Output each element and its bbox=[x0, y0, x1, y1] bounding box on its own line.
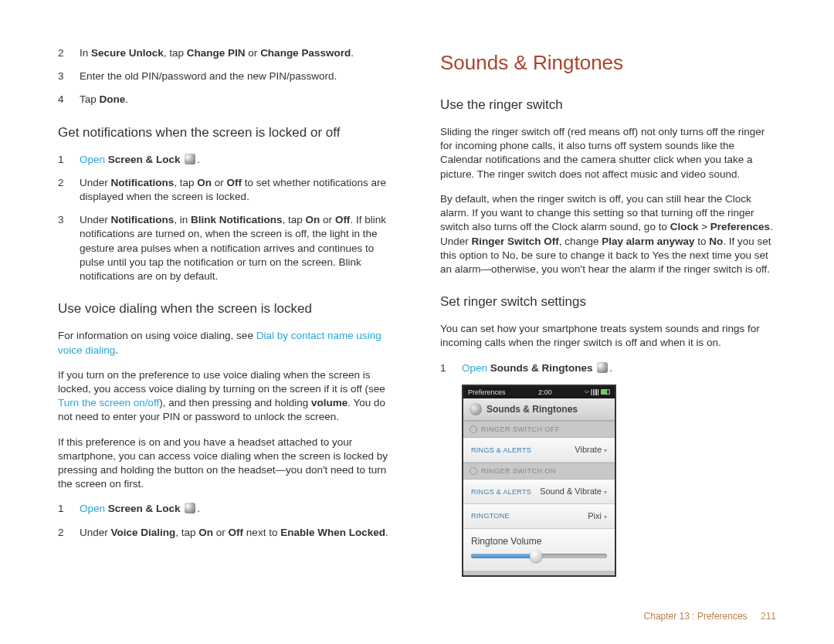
speaker-off-icon bbox=[470, 425, 477, 433]
open-link[interactable]: Open bbox=[80, 503, 108, 514]
step-text: Open Sounds & Ringtones . bbox=[462, 361, 776, 375]
step-number: 1 bbox=[58, 502, 80, 516]
notif-step-2: 2 Under Notifications, tap On or Off to … bbox=[58, 176, 394, 204]
voice-para-2: If you turn on the preference to use voi… bbox=[58, 368, 394, 425]
row-rings-alerts-on[interactable]: RINGS & ALERTS Sound & Vibrate▾ bbox=[463, 480, 615, 504]
step-text: Open Screen & Lock . bbox=[80, 502, 394, 516]
step-number: 2 bbox=[58, 176, 80, 204]
volume-slider[interactable] bbox=[471, 554, 607, 558]
ringer-para-2: By default, when the ringer switch is of… bbox=[440, 192, 776, 276]
phone-screenshot: Preferences 2:00 ⌔ Sounds & Ringtones RI… bbox=[462, 385, 616, 577]
row-rings-alerts-off[interactable]: RINGS & ALERTS Vibrate▾ bbox=[463, 438, 615, 463]
screen-header: Sounds & Ringtones bbox=[463, 398, 615, 421]
chevron-down-icon: ▾ bbox=[604, 447, 607, 454]
screen-lock-icon bbox=[185, 503, 195, 514]
section-title: Sounds & Ringtones bbox=[440, 49, 776, 76]
step-3: 3 Enter the old PIN/password and the new… bbox=[58, 69, 394, 83]
sounds-step-1: 1 Open Sounds & Ringtones . bbox=[440, 361, 776, 375]
step-text: Enter the old PIN/password and the new P… bbox=[80, 69, 394, 83]
page-columns: 2 In Secure Unlock, tap Change PIN or Ch… bbox=[58, 46, 776, 577]
step-number: 1 bbox=[440, 361, 462, 375]
set-ringer-para: You can set how your smartphone treats s… bbox=[440, 322, 776, 350]
step-text: Under Voice Dialing, tap On or Off next … bbox=[80, 526, 394, 540]
chevron-down-icon: ▾ bbox=[604, 489, 607, 496]
step-number: 3 bbox=[58, 213, 80, 283]
battery-icon bbox=[601, 389, 610, 395]
open-link[interactable]: Open bbox=[462, 362, 490, 374]
step-text: Under Notifications, in Blink Notificati… bbox=[80, 213, 394, 283]
step-text: Tap Done. bbox=[80, 93, 394, 107]
notif-step-1: 1 Open Screen & Lock . bbox=[58, 153, 394, 167]
right-column: Sounds & Ringtones Use the ringer switch… bbox=[440, 46, 776, 577]
step-4: 4 Tap Done. bbox=[58, 93, 394, 107]
voice-para-1: For information on using voice dialing, … bbox=[58, 329, 394, 357]
status-bar: Preferences 2:00 ⌔ bbox=[463, 386, 615, 398]
step-number: 2 bbox=[58, 526, 80, 540]
step-text: In Secure Unlock, tap Change PIN or Chan… bbox=[80, 46, 394, 60]
voice-step-2: 2 Under Voice Dialing, tap On or Off nex… bbox=[58, 526, 394, 540]
row-ringtone-volume: Ringtone Volume bbox=[463, 529, 615, 571]
step-number: 4 bbox=[58, 93, 80, 107]
chevron-down-icon: ▾ bbox=[604, 514, 607, 520]
signal-icon bbox=[591, 389, 598, 395]
step-text: Under Notifications, tap On or Off to se… bbox=[80, 176, 394, 204]
status-icons: ⌔ bbox=[585, 388, 610, 397]
step-number: 1 bbox=[58, 153, 80, 167]
page-number: 211 bbox=[761, 611, 776, 622]
step-text: Open Screen & Lock . bbox=[80, 153, 394, 167]
sounds-header-icon bbox=[470, 403, 482, 415]
section-ringer-off: RINGER SWITCH OFF bbox=[463, 421, 615, 438]
step-number: 2 bbox=[58, 46, 80, 60]
screen-lock-icon bbox=[185, 154, 195, 164]
heading-ringer-switch: Use the ringer switch bbox=[440, 97, 776, 114]
row-ringtone[interactable]: RINGTONE Pixi▾ bbox=[463, 504, 615, 529]
heading-notifications: Get notifications when the screen is loc… bbox=[58, 124, 394, 142]
heading-set-ringer: Set ringer switch settings bbox=[440, 293, 776, 311]
chapter-label: Chapter 13 : Preferences bbox=[644, 611, 748, 622]
heading-voice-dialing: Use voice dialing when the screen is loc… bbox=[58, 300, 394, 318]
step-number: 3 bbox=[58, 69, 80, 83]
open-link[interactable]: Open bbox=[80, 154, 108, 165]
step-2: 2 In Secure Unlock, tap Change PIN or Ch… bbox=[58, 46, 394, 60]
status-time: 2:00 bbox=[538, 388, 552, 397]
voice-step-1: 1 Open Screen & Lock . bbox=[58, 502, 394, 516]
ringer-para-1: Sliding the ringer switch off (red means… bbox=[440, 125, 776, 181]
page-footer: Chapter 13 : Preferences 211 bbox=[644, 610, 776, 622]
voice-para-3: If this preference is on and you have a … bbox=[58, 436, 394, 492]
slider-thumb[interactable] bbox=[530, 550, 542, 562]
sounds-ringtones-icon bbox=[597, 362, 608, 373]
link-turn-screen[interactable]: Turn the screen on/off bbox=[58, 397, 159, 408]
section-ringer-on: RINGER SWITCH ON bbox=[463, 463, 615, 480]
left-column: 2 In Secure Unlock, tap Change PIN or Ch… bbox=[58, 46, 394, 577]
status-app-menu: Preferences bbox=[468, 388, 506, 397]
speaker-on-icon bbox=[470, 467, 477, 475]
notif-step-3: 3 Under Notifications, in Blink Notifica… bbox=[58, 213, 394, 283]
wifi-icon: ⌔ bbox=[585, 388, 588, 397]
